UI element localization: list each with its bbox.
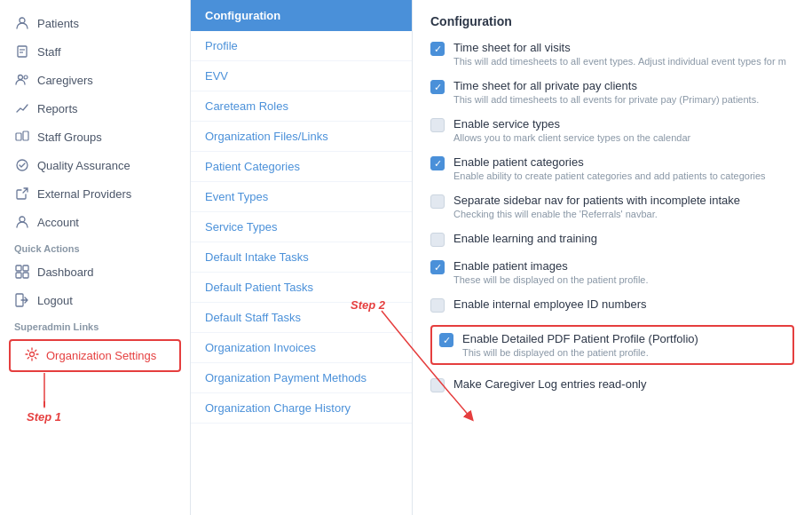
label-enable-detailed-pdf: Enable Detailed PDF Patient Profile (Por… — [462, 332, 785, 345]
checkbox-timesheet-private-pay[interactable]: ✓ — [430, 80, 445, 94]
desc-timesheet-private-pay: This will add timesheets to all events f… — [453, 94, 794, 105]
sidebar-item-caregivers[interactable]: Caregivers — [0, 66, 190, 94]
middle-item-default-intake-tasks[interactable]: Default Intake Tasks — [191, 242, 412, 273]
config-item-enable-patient-categories: ✓ Enable patient categories Enable abili… — [430, 155, 794, 181]
checkbox-enable-learning[interactable] — [430, 233, 445, 247]
config-item-enable-learning: Enable learning and training — [430, 232, 794, 247]
svg-rect-1 — [18, 46, 27, 57]
sidebar-item-logout[interactable]: Logout — [0, 286, 190, 314]
config-item-timesheet-private-pay: ✓ Time sheet for all private pay clients… — [430, 79, 794, 105]
svg-rect-6 — [16, 133, 21, 140]
checkbox-separate-sidebar-nav[interactable] — [430, 194, 445, 209]
sidebar-item-account[interactable]: Account — [0, 208, 190, 236]
patients-icon — [14, 15, 30, 31]
reports-icon — [14, 100, 30, 116]
checkbox-enable-employee-id[interactable] — [430, 298, 445, 313]
middle-item-patient-categories[interactable]: Patient Categories — [191, 152, 412, 182]
label-enable-employee-id: Enable internal employee ID numbers — [453, 297, 794, 311]
config-item-enable-service-types: Enable service types Allows you to mark … — [430, 117, 794, 143]
svg-point-4 — [19, 75, 23, 80]
account-icon — [14, 214, 30, 230]
checkbox-enable-service-types[interactable] — [430, 118, 445, 132]
svg-point-9 — [20, 217, 25, 222]
sidebar-item-patients[interactable]: Patients — [0, 9, 190, 37]
config-item-enable-detailed-pdf: ✓ Enable Detailed PDF Patient Profile (P… — [430, 325, 794, 365]
svg-point-5 — [24, 75, 28, 79]
org-settings-item[interactable]: Organization Settings — [9, 339, 181, 372]
config-item-enable-patient-images: ✓ Enable patient images These will be di… — [430, 259, 794, 285]
desc-enable-patient-categories: Enable ability to create patient categor… — [453, 170, 794, 181]
middle-item-careteam-roles[interactable]: Careteam Roles — [191, 91, 412, 122]
quality-assurance-icon — [14, 157, 30, 173]
quick-actions-label: Quick Actions — [0, 236, 190, 258]
external-providers-icon — [14, 186, 30, 202]
middle-item-org-invoices[interactable]: Organization Invoices Step 2 — [191, 333, 412, 363]
checkbox-timesheet-all-visits[interactable]: ✓ — [430, 42, 445, 56]
sidebar-item-reports-label: Reports — [37, 102, 78, 115]
desc-enable-patient-images: These will be displayed on the patient p… — [453, 274, 794, 285]
label-enable-learning: Enable learning and training — [453, 232, 794, 245]
middle-item-default-staff-tasks[interactable]: Default Staff Tasks — [191, 303, 412, 333]
svg-point-8 — [17, 160, 28, 170]
svg-rect-12 — [16, 273, 21, 278]
svg-rect-7 — [23, 131, 28, 140]
desc-enable-detailed-pdf: This will be displayed on the patient pr… — [462, 347, 785, 358]
middle-item-default-patient-tasks[interactable]: Default Patient Tasks — [191, 273, 412, 303]
sidebar-item-external-providers-label: External Providers — [37, 187, 131, 201]
dashboard-icon — [14, 264, 30, 280]
svg-rect-11 — [23, 265, 28, 271]
checkbox-enable-detailed-pdf[interactable]: ✓ — [439, 333, 453, 347]
org-settings-label: Organization Settings — [46, 349, 156, 362]
sidebar-item-external-providers[interactable]: External Providers — [0, 179, 190, 208]
sidebar-item-dashboard[interactable]: Dashboard — [0, 258, 190, 286]
svg-point-15 — [30, 353, 35, 357]
checkbox-caregiver-log[interactable] — [430, 378, 445, 392]
label-timesheet-private-pay: Time sheet for all private pay clients — [453, 79, 794, 92]
desc-timesheet-all-visits: This will add timesheets to all event ty… — [453, 56, 794, 67]
desc-separate-sidebar-nav: Checking this will enable the 'Referrals… — [453, 209, 794, 219]
svg-point-0 — [20, 18, 25, 23]
checkbox-enable-patient-categories[interactable]: ✓ — [430, 156, 445, 170]
caregivers-icon — [14, 72, 30, 88]
middle-item-org-charge-history[interactable]: Organization Charge History — [191, 393, 412, 424]
config-header[interactable]: Configuration — [191, 0, 412, 31]
right-panel: Configuration ✓ Time sheet for all visit… — [413, 0, 812, 515]
label-enable-service-types: Enable service types — [453, 117, 794, 131]
label-separate-sidebar-nav: Separate sidebar nav for patients with i… — [453, 194, 794, 207]
label-timesheet-all-visits: Time sheet for all visits — [453, 41, 794, 54]
desc-enable-service-types: Allows you to mark client service types … — [453, 132, 794, 143]
staff-groups-icon — [14, 129, 30, 145]
sidebar-item-patients-label: Patients — [37, 17, 79, 30]
svg-rect-13 — [23, 273, 28, 278]
sidebar-item-account-label: Account — [37, 216, 79, 229]
right-panel-title: Configuration — [430, 14, 794, 28]
logout-icon — [14, 292, 30, 308]
config-item-timesheet-all-visits: ✓ Time sheet for all visits This will ad… — [430, 41, 794, 67]
middle-item-org-files[interactable]: Organization Files/Links — [191, 122, 412, 152]
sidebar-item-staff-groups[interactable]: Staff Groups — [0, 123, 190, 151]
label-enable-patient-images: Enable patient images — [453, 259, 794, 273]
checkbox-enable-patient-images[interactable]: ✓ — [430, 260, 445, 274]
middle-item-event-types[interactable]: Event Types — [191, 182, 412, 212]
sidebar: Patients Staff Caregivers Reports Staff … — [0, 0, 191, 515]
sidebar-item-quality-assurance[interactable]: Quality Assurance — [0, 151, 190, 179]
staff-icon — [14, 44, 30, 59]
svg-rect-10 — [16, 265, 21, 271]
label-caregiver-log: Make Caregiver Log entries read-only — [453, 377, 794, 391]
sidebar-item-quality-assurance-label: Quality Assurance — [37, 159, 130, 172]
middle-item-profile[interactable]: Profile — [191, 31, 412, 61]
config-item-caregiver-log: Make Caregiver Log entries read-only — [430, 377, 794, 392]
middle-panel: Configuration Profile EVV Careteam Roles… — [191, 0, 413, 515]
sidebar-item-staff-groups-label: Staff Groups — [37, 131, 102, 144]
sidebar-item-staff-label: Staff — [37, 45, 61, 59]
sidebar-item-staff[interactable]: Staff — [0, 37, 190, 66]
middle-item-service-types[interactable]: Service Types — [191, 212, 412, 242]
middle-item-org-payment-methods[interactable]: Organization Payment Methods — [191, 363, 412, 393]
sidebar-item-logout-label: Logout — [37, 294, 73, 307]
sidebar-item-dashboard-label: Dashboard — [37, 265, 94, 279]
sidebar-item-reports[interactable]: Reports — [0, 94, 190, 123]
config-item-enable-employee-id: Enable internal employee ID numbers — [430, 297, 794, 313]
label-enable-patient-categories: Enable patient categories — [453, 155, 794, 169]
middle-item-evv[interactable]: EVV — [191, 61, 412, 91]
config-item-separate-sidebar-nav: Separate sidebar nav for patients with i… — [430, 194, 794, 219]
